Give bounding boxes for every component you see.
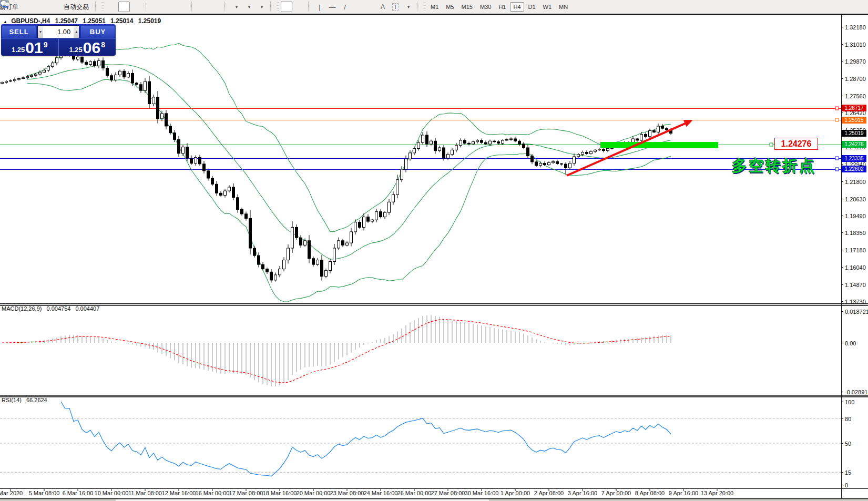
volume-input[interactable] [43, 26, 74, 38]
candle-body [283, 260, 285, 269]
timeframe-m5-button[interactable]: M5 [443, 2, 457, 12]
search-button[interactable] [839, 2, 851, 12]
volume-increase-button[interactable]: ▲ [74, 26, 79, 38]
collapse-triangle-icon[interactable]: ▲ [3, 19, 7, 24]
time-tick-label: 1 Apr 00:00 [501, 490, 530, 496]
timeframe-m1-button[interactable]: M1 [427, 2, 442, 12]
candle-body [338, 241, 340, 248]
timeframe-m15-button[interactable]: M15 [458, 2, 476, 12]
price-callout-label[interactable]: 1.24276 [774, 138, 818, 150]
candle-body [506, 140, 508, 140]
timeframe-h4-button[interactable]: H4 [510, 2, 524, 12]
symbol-period-label: GBPUSD-,H4 [11, 17, 50, 25]
separator [417, 2, 421, 12]
timeframe-m30-button[interactable]: M30 [477, 2, 494, 12]
vline-tool-button[interactable]: | [314, 2, 325, 12]
cursor-tool-button[interactable] [281, 2, 292, 12]
price-tick-label: 1.20630 [845, 196, 866, 202]
candle-body [106, 68, 109, 76]
candle-body [375, 212, 378, 220]
line-anchor-square[interactable] [770, 143, 773, 146]
toolbar-grip[interactable] [277, 2, 279, 12]
template-button[interactable]: ▾ [256, 2, 267, 12]
candle-body [560, 163, 563, 164]
pane-separator[interactable] [0, 305, 868, 306]
pane-separator[interactable] [0, 395, 868, 396]
trendline-tool-button[interactable]: / [339, 2, 351, 12]
candle-body [493, 141, 496, 141]
pane-separator[interactable] [0, 303, 868, 304]
candle-body [249, 218, 252, 248]
candle-body [39, 72, 42, 74]
candle-body [56, 58, 58, 63]
candle-body [144, 81, 147, 90]
green-highlight-bar[interactable] [600, 142, 718, 148]
candlestick-chart-button[interactable] [118, 2, 130, 12]
chart-window-icon[interactable] [23, 2, 34, 12]
candle-body [81, 57, 84, 62]
candle-body [9, 80, 12, 81]
period-button[interactable]: ▾ [243, 2, 254, 12]
candle-body [270, 272, 273, 280]
time-tick-label: 16 Mar 00:00 [196, 490, 230, 496]
sell-button[interactable]: SELL [2, 26, 36, 38]
auto-scroll-button[interactable] [197, 2, 209, 12]
volume-decrease-button[interactable]: ▼ [38, 26, 43, 38]
toolbar-grip[interactable] [101, 2, 104, 12]
timeframe-h1-button[interactable]: H1 [495, 2, 509, 12]
bar-close-value: 1.25019 [138, 17, 161, 25]
zoom-out-button[interactable] [164, 2, 176, 12]
line-anchor-square[interactable] [835, 118, 839, 121]
autotrading-button[interactable]: 自动交易 [60, 2, 92, 12]
candle-body [245, 214, 248, 219]
separator [191, 2, 195, 12]
buy-price[interactable]: 1.25 06 8 [59, 39, 116, 56]
toolbar-grip[interactable] [423, 2, 426, 12]
tile-windows-button[interactable] [177, 2, 188, 12]
community-button[interactable] [852, 2, 863, 12]
sell-price-prefix: 1.25 [12, 46, 25, 54]
zoom-in-button[interactable] [151, 2, 163, 12]
window-bottom-frame [0, 498, 868, 499]
arrows-tool-button[interactable]: ▾ [402, 2, 414, 12]
buy-button[interactable]: BUY [81, 26, 115, 38]
profile-icon[interactable] [35, 2, 47, 12]
macd-name: MACD(12,26,9) [2, 305, 42, 312]
chart-area[interactable]: 1.321801.310101.298701.287001.275601.264… [0, 0, 868, 501]
candle-body [514, 139, 517, 141]
price-tick-label: 1.32180 [845, 24, 866, 30]
signals-icon[interactable] [48, 2, 59, 12]
line-anchor-square[interactable] [835, 107, 839, 110]
add-indicator-button[interactable]: ▾ [230, 2, 242, 12]
timeframe-w1-button[interactable]: W1 [540, 2, 555, 12]
crosshair-tool-button[interactable] [293, 2, 305, 12]
price-tag-1.24276: 1.24276 [842, 141, 866, 148]
sell-price[interactable]: 1.25 01 9 [1, 39, 58, 56]
line-anchor-square[interactable] [835, 157, 839, 160]
candle-body [363, 217, 365, 228]
pane-separator[interactable] [0, 396, 868, 397]
line-anchor-square[interactable] [835, 168, 839, 171]
buy-price-pip: 8 [101, 40, 105, 49]
symbol-header: ▲ GBPUSD-,H4 1.25047 1.25051 1.25014 1.2… [3, 17, 161, 25]
time-tick-label: 23 Mar 08:00 [330, 490, 364, 496]
timeframe-d1-button[interactable]: D1 [525, 2, 539, 12]
bar-chart-button[interactable] [106, 2, 117, 12]
hline-tool-button[interactable]: — [326, 2, 338, 12]
candle-body [195, 157, 197, 163]
turning-point-annotation[interactable]: 多空转折点 [732, 156, 816, 177]
candle-body [447, 155, 450, 158]
timeframe-mn-button[interactable]: MN [556, 2, 571, 12]
candle-body [455, 146, 458, 150]
channel-tool-button[interactable]: E [352, 2, 363, 12]
time-tick-label: 30 Mar 16:00 [465, 490, 499, 496]
candle-body [190, 158, 193, 163]
line-chart-button[interactable] [131, 2, 142, 12]
candle-body [148, 81, 151, 104]
chart-shift-button[interactable] [210, 2, 221, 12]
rsi-tick-label: 15 [845, 469, 851, 476]
autotrading-label: 自动交易 [64, 3, 89, 12]
text-tool-button[interactable]: A [377, 2, 389, 12]
fibonacci-tool-button[interactable]: F [364, 2, 376, 12]
label-tool-button[interactable]: T [390, 2, 401, 12]
